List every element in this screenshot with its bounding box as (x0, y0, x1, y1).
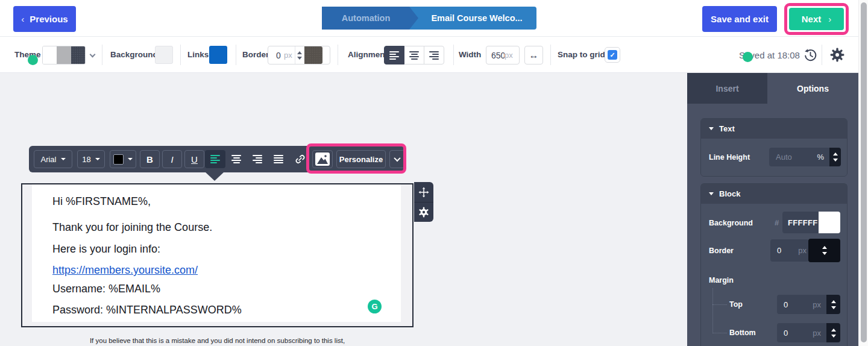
tree-line (712, 304, 727, 305)
font-size-select[interactable]: 18 (77, 150, 105, 168)
stepper-up-icon[interactable] (833, 153, 838, 156)
chevron-down-icon (394, 155, 400, 162)
header-bar: ‹ Previous Email Course Welco... Automat… (0, 0, 868, 37)
text-align-center-button[interactable] (226, 150, 247, 168)
divider (822, 45, 822, 65)
personalize-button[interactable]: Personalize (336, 150, 386, 168)
hash-symbol: # (775, 218, 779, 227)
block-section-body: Background # Border px Margin (701, 204, 847, 346)
text-section: Text Line Height % (700, 118, 848, 177)
stepper-down-icon[interactable] (297, 57, 302, 60)
underline-button[interactable]: U (184, 150, 204, 168)
links-color-swatch[interactable] (209, 46, 227, 64)
block-section-header[interactable]: Block (701, 184, 847, 204)
width-field: px (486, 46, 520, 64)
click-indicator-dot (743, 52, 753, 62)
bold-button[interactable]: B (140, 150, 160, 168)
stepper-down-icon[interactable] (833, 159, 838, 162)
margin-bottom-label: Bottom (729, 329, 756, 337)
align-right-icon (429, 51, 439, 60)
border-width-input[interactable] (268, 51, 284, 60)
annotation-highlight-next: Next › (784, 3, 849, 35)
dropdown-arrow-icon (95, 158, 100, 160)
font-family-select[interactable]: Arial (34, 150, 72, 168)
block-background-swatch[interactable] (819, 212, 840, 233)
chevron-down-icon[interactable] (90, 52, 96, 58)
theme-swatch-gray (57, 46, 71, 64)
email-login-link-line: https://members.yoursite.com/ (52, 264, 198, 277)
previous-label: Previous (30, 14, 68, 24)
dropdown-arrow-icon (61, 158, 66, 160)
insert-link-button[interactable] (291, 150, 310, 168)
stepper-up-icon[interactable] (831, 300, 836, 303)
divider (338, 45, 338, 65)
personalize-menu-button[interactable] (389, 150, 405, 168)
breadcrumb-step-email[interactable]: Email Course Welco... (406, 7, 536, 30)
align-right-button[interactable] (424, 46, 444, 64)
margin-bottom-unit: px (813, 329, 821, 338)
full-width-button[interactable]: ↔ (524, 46, 543, 64)
stepper-up-icon[interactable] (822, 246, 827, 249)
margin-bottom-stepper[interactable] (826, 323, 840, 342)
disclaimer-line-1: If you believe that this is a mistake an… (21, 336, 414, 345)
border-width-stepper[interactable] (295, 46, 304, 64)
text-align-justify-button[interactable] (268, 150, 289, 168)
theme-swatch[interactable] (42, 46, 86, 64)
align-center-icon (409, 51, 419, 60)
chevron-left-icon: ‹ (21, 14, 24, 24)
next-button[interactable]: Next › (789, 8, 844, 30)
block-drag-button[interactable] (414, 182, 433, 202)
background-color-swatch[interactable] (155, 46, 173, 64)
breadcrumb-step-automation[interactable]: Automation (322, 7, 418, 30)
line-height-unit: % (817, 153, 824, 162)
border-color-swatch[interactable] (304, 46, 322, 64)
scrollbar-thumb[interactable] (861, 2, 867, 342)
text-align-left-button[interactable] (205, 150, 225, 168)
line-height-stepper[interactable] (829, 148, 841, 166)
line-height-label: Line Height (709, 153, 750, 162)
grammarly-icon[interactable]: G (368, 300, 382, 313)
block-background-input[interactable] (782, 218, 819, 227)
block-border-field: px (770, 239, 809, 262)
image-icon (315, 153, 330, 166)
tab-insert[interactable]: Insert (687, 73, 767, 104)
align-center-button[interactable] (404, 46, 424, 64)
stepper-down-icon[interactable] (822, 252, 827, 255)
width-input[interactable] (486, 51, 505, 60)
align-left-button[interactable] (384, 46, 404, 64)
margin-bottom-field: px (777, 323, 826, 342)
settings-button[interactable] (830, 48, 844, 64)
previous-button[interactable]: ‹ Previous (13, 6, 76, 32)
tooltip-pointer (205, 172, 224, 181)
divider (102, 45, 102, 65)
email-login-intro: Here is your login info: (52, 243, 160, 256)
dropdown-arrow-icon (128, 158, 133, 160)
text-section-body: Line Height % (701, 139, 847, 176)
insert-image-button[interactable] (312, 150, 333, 168)
stepper-down-icon[interactable] (831, 306, 836, 309)
width-label: Width (459, 50, 481, 59)
stepper-up-icon[interactable] (831, 329, 836, 332)
tab-options[interactable]: Options (767, 73, 858, 104)
align-right-icon (253, 155, 262, 163)
history-button[interactable] (804, 48, 817, 64)
email-text-block[interactable]: Hi %FIRSTNAME%, Thank you for joining th… (21, 183, 414, 327)
block-background-label: Background (709, 219, 753, 227)
align-left-icon (210, 155, 220, 163)
save-and-exit-button[interactable]: Save and exit (702, 6, 777, 32)
italic-button[interactable]: I (162, 150, 182, 168)
stepper-down-icon[interactable] (831, 335, 836, 338)
alignment-button-group (384, 46, 444, 64)
theme-swatch-light (43, 46, 57, 64)
text-section-header[interactable]: Text (701, 119, 847, 139)
block-settings-button[interactable] (414, 202, 433, 222)
snap-to-grid-checkbox[interactable]: ✓ (605, 47, 620, 63)
login-url-link[interactable]: https://members.yoursite.com/ (52, 264, 198, 276)
background-label: Background (110, 50, 158, 59)
text-color-select[interactable] (110, 150, 136, 168)
block-border-stepper[interactable] (808, 239, 840, 262)
margin-top-stepper[interactable] (826, 295, 840, 314)
stepper-up-icon[interactable] (297, 51, 302, 54)
text-align-right-button[interactable] (247, 150, 268, 168)
settings-toolbar: Theme Background Links Border px Alignme… (0, 37, 868, 73)
